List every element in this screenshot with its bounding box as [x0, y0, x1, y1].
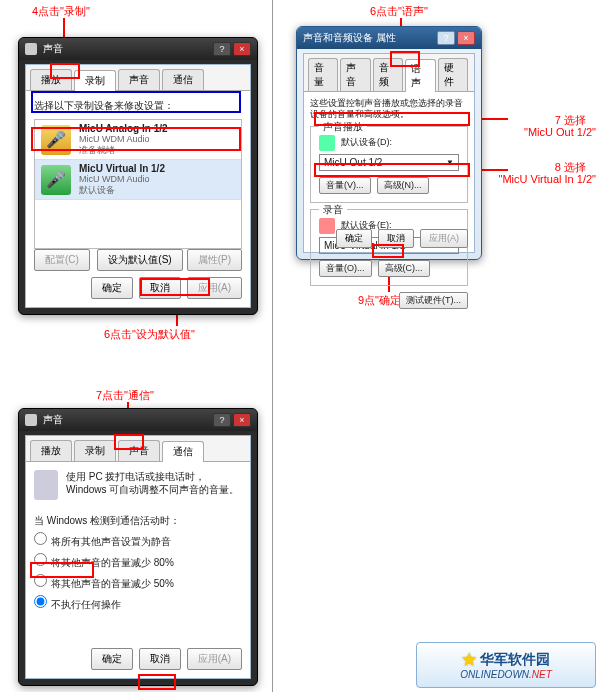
anno-7r-b: "MicU Out 1/2" [524, 126, 596, 138]
speaker-icon [25, 414, 37, 426]
vertical-divider [272, 0, 273, 692]
win2-tabbody: 这些设置控制声音播放或您选择的录音设备的音量和高级选项。 声音播放 默认设备(D… [304, 92, 474, 315]
help-btn[interactable]: ? [213, 413, 231, 427]
anno-4: 4点击"录制" [32, 4, 90, 19]
win3-desc2: 当 Windows 检测到通信活动时： [34, 514, 242, 528]
item-sub: MicU WDM Audio [79, 134, 168, 144]
g1-label: 默认设备(D): [341, 137, 392, 147]
logo-line2a: ONLINEDOWN [460, 669, 529, 680]
win3-client: 播放 录制 声音 通信 使用 PC 拨打电话或接电话时，Windows 可自动调… [25, 435, 251, 679]
win3-dlgbtns: 确定 取消 应用(A) [91, 648, 242, 670]
win2-client: 音量 声音 音频 语声 硬件 这些设置控制声音播放或您选择的录音设备的音量和高级… [303, 53, 475, 253]
cancel-button[interactable]: 取消 [139, 277, 181, 299]
item-name: MicU Virtual In 1/2 [79, 163, 165, 174]
g2-volume-button[interactable]: 音量(O)... [319, 260, 372, 277]
properties-button[interactable]: 属性(P) [187, 249, 242, 271]
win-sound-recording: 声音 ? × 播放 录制 声音 通信 选择以下录制设备来修改设置： 🎤 MicU… [18, 37, 258, 315]
win1-tabbody: 选择以下录制设备来修改设置： 🎤 MicU Analog In 1/2 MicU… [26, 91, 250, 257]
win1-prompt: 选择以下录制设备来修改设置： [34, 99, 242, 113]
tab-recording[interactable]: 录制 [74, 70, 116, 91]
arrow-8r [478, 169, 508, 171]
win-audio-properties: 声音和音频设备 属性 ? × 音量 声音 音频 语声 硬件 这些设置控制声音播放… [296, 26, 482, 260]
arrow-7r [478, 118, 508, 120]
item-status: 默认设备 [79, 184, 165, 197]
ok-button[interactable]: 确定 [336, 229, 372, 248]
list-item[interactable]: 🎤 MicU Analog In 1/2 MicU WDM Audio 准备就绪 [35, 120, 241, 160]
cancel-button[interactable]: 取消 [378, 229, 414, 248]
win-sound-communications: 声音 ? × 播放 录制 声音 通信 使用 PC 拨打电话或接电话时，Windo… [18, 408, 258, 686]
win1-dlgbtns: 确定 取消 应用(A) [91, 277, 242, 299]
anno-6r: 6点击"语声" [370, 4, 428, 19]
tab-volume[interactable]: 音量 [308, 58, 338, 91]
mic-icon: 🎤 [41, 165, 71, 195]
win1-title: 声音 [43, 42, 63, 56]
win1-titlebar: 声音 ? × [19, 38, 257, 60]
item-name: MicU Analog In 1/2 [79, 123, 168, 134]
win3-titlebar: 声音 ? × [19, 409, 257, 431]
win1-tabs: 播放 录制 声音 通信 [26, 65, 250, 91]
win2-titlebar: 声音和音频设备 属性 ? × [297, 27, 481, 49]
radio-mute[interactable]: 将所有其他声音设置为静音 [34, 532, 242, 549]
g1-advanced-button[interactable]: 高级(N)... [377, 177, 429, 194]
win1-itembtns: 配置(C) 设为默认值(S) 属性(P) [34, 249, 242, 271]
apply-button[interactable]: 应用(A) [187, 277, 242, 299]
close-btn[interactable]: × [233, 413, 251, 427]
win3-desc1: 使用 PC 拨打电话或接电话时，Windows 可自动调整不同声音的音量。 [66, 470, 242, 500]
g1-value: MicU Out 1/2 [324, 157, 382, 168]
radio-50[interactable]: 将其他声音的音量减少 50% [34, 574, 242, 591]
onlinedown-logo: ★华军软件园 ONLINEDOWN.NET [416, 642, 596, 688]
anno-8r-b: "MicU Virtual In 1/2" [499, 173, 596, 185]
win3-tabbody: 使用 PC 拨打电话或接电话时，Windows 可自动调整不同声音的音量。 当 … [26, 462, 250, 624]
playback-combo[interactable]: MicU Out 1/2▼ [319, 154, 459, 171]
group-playback: 声音播放 默认设备(D): MicU Out 1/2▼ 音量(V)... 高级(… [310, 126, 468, 203]
mic-icon: 🎤 [41, 125, 71, 155]
ok-button[interactable]: 确定 [91, 648, 133, 670]
tab-playback[interactable]: 播放 [30, 440, 72, 461]
radio-80[interactable]: 将其他声音的音量减少 80% [34, 553, 242, 570]
tab-communications[interactable]: 通信 [162, 441, 204, 462]
apply-button[interactable]: 应用(A) [187, 648, 242, 670]
star-icon: ★ [462, 650, 476, 669]
set-default-button[interactable]: 设为默认值(S) [97, 249, 182, 271]
tab-audio[interactable]: 音频 [373, 58, 403, 91]
win1-listbox: 🎤 MicU Analog In 1/2 MicU WDM Audio 准备就绪… [34, 119, 242, 249]
anno-7l: 7点击"通信" [96, 388, 154, 403]
win3-tabs: 播放 录制 声音 通信 [26, 436, 250, 462]
logo-line2b: .NET [529, 669, 552, 680]
tab-communications[interactable]: 通信 [162, 69, 204, 90]
close-btn[interactable]: × [233, 42, 251, 56]
anno-6l: 6点击"设为默认值" [104, 327, 195, 342]
win2-tabs: 音量 声音 音频 语声 硬件 [304, 54, 474, 92]
logo-line1: 华军软件园 [480, 651, 550, 669]
apply-button[interactable]: 应用(A) [420, 229, 468, 248]
close-btn[interactable]: × [457, 31, 475, 45]
phone-icon [34, 470, 58, 500]
ok-button[interactable]: 确定 [91, 277, 133, 299]
item-sub: MicU WDM Audio [79, 174, 165, 184]
configure-button[interactable]: 配置(C) [34, 249, 90, 271]
win2-desc: 这些设置控制声音播放或您选择的录音设备的音量和高级选项。 [310, 98, 468, 120]
test-hardware-button[interactable]: 测试硬件(T)... [399, 292, 468, 309]
tab-recording[interactable]: 录制 [74, 440, 116, 461]
win2-dlgbtns: 确定 取消 应用(A) [336, 229, 468, 248]
group-playback-legend: 声音播放 [319, 120, 367, 134]
win1-client: 播放 录制 声音 通信 选择以下录制设备来修改设置： 🎤 MicU Analog… [25, 64, 251, 308]
list-item[interactable]: 🎤 MicU Virtual In 1/2 MicU WDM Audio 默认设… [35, 160, 241, 200]
help-btn[interactable]: ? [213, 42, 231, 56]
g2-advanced-button[interactable]: 高级(C)... [378, 260, 430, 277]
item-status: 准备就绪 [79, 144, 168, 157]
g1-volume-button[interactable]: 音量(V)... [319, 177, 371, 194]
tab-sounds[interactable]: 声音 [118, 440, 160, 461]
tab-hardware[interactable]: 硬件 [438, 58, 468, 91]
radio-do-nothing[interactable]: 不执行任何操作 [34, 595, 242, 612]
group-recording-legend: 录音 [319, 203, 347, 217]
cancel-button[interactable]: 取消 [139, 648, 181, 670]
help-btn[interactable]: ? [437, 31, 455, 45]
tab-playback[interactable]: 播放 [30, 69, 72, 90]
tab-sounds[interactable]: 声音 [340, 58, 370, 91]
tab-sounds[interactable]: 声音 [118, 69, 160, 90]
tab-voice[interactable]: 语声 [405, 59, 435, 92]
speaker-icon [25, 43, 37, 55]
speaker-icon [319, 135, 335, 151]
chevron-down-icon: ▼ [446, 158, 454, 167]
